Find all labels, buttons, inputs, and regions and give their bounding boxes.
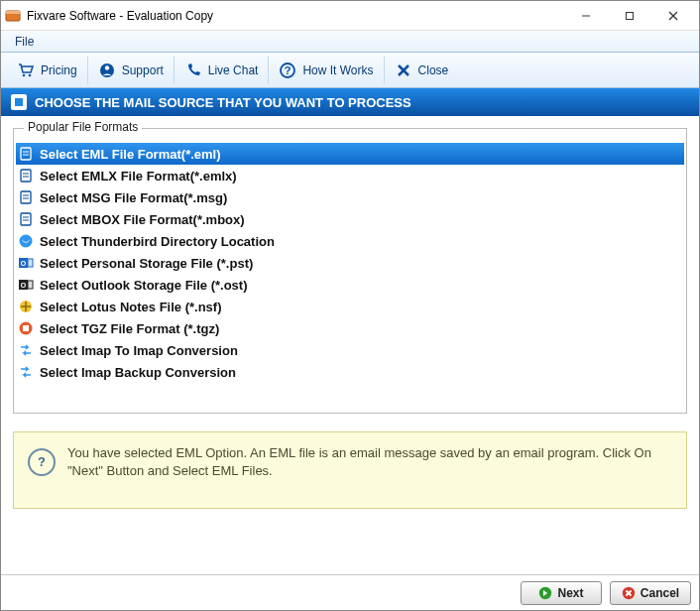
- format-option-label: Select Lotus Notes File (*.nsf): [40, 300, 221, 314]
- format-option-label: Select TGZ File Format (*.tgz): [40, 321, 219, 336]
- svg-rect-33: [28, 281, 33, 289]
- toolbar-livechat[interactable]: Live Chat: [175, 57, 270, 84]
- format-option[interactable]: Select MBOX File Format(*.mbox): [16, 208, 684, 230]
- format-option-label: Select Imap Backup Conversion: [40, 365, 236, 380]
- format-option-label: Select Outlook Storage File (*.ost): [40, 278, 247, 293]
- format-option-label: Select EML File Format(*.eml): [40, 147, 221, 162]
- svg-text:O: O: [21, 260, 27, 267]
- svg-rect-3: [627, 12, 634, 19]
- menu-bar: File: [1, 31, 699, 53]
- format-option[interactable]: Select MSG File Format(*.msg): [16, 186, 684, 208]
- imap-icon: [18, 342, 34, 358]
- next-button[interactable]: Next: [521, 581, 602, 605]
- svg-text:O: O: [21, 282, 27, 289]
- close-icon: [395, 61, 412, 79]
- toolbar-pricing-label: Pricing: [41, 63, 77, 77]
- outlook-ost-icon: O: [18, 277, 34, 293]
- svg-point-7: [29, 73, 32, 76]
- imap-backup-icon: [18, 364, 34, 380]
- file-mbox-icon: [18, 211, 34, 227]
- toolbar-pricing[interactable]: Pricing: [7, 57, 88, 84]
- info-text: You have selected EML Option. An EML fil…: [67, 444, 672, 480]
- format-option[interactable]: Select Lotus Notes File (*.nsf): [16, 296, 684, 317]
- toolbar-howitworks[interactable]: ? How It Works: [269, 57, 384, 84]
- app-icon: [5, 8, 21, 24]
- format-option-label: Select EMLX File Format(*.emlx): [40, 169, 237, 183]
- window-title: Fixvare Software - Evaluation Copy: [27, 9, 564, 23]
- lotus-icon: [18, 299, 34, 314]
- format-option[interactable]: Select TGZ File Format (*.tgz): [16, 317, 684, 339]
- format-option-label: Select MBOX File Format(*.mbox): [40, 212, 245, 227]
- toolbar-livechat-label: Live Chat: [208, 63, 259, 77]
- svg-text:?: ?: [285, 64, 292, 76]
- svg-rect-36: [23, 325, 29, 331]
- title-bar: Fixvare Software - Evaluation Copy: [1, 1, 699, 31]
- toolbar-close-label: Close: [418, 63, 449, 77]
- info-icon: ?: [28, 448, 56, 476]
- wizard-footer: Next Cancel: [1, 574, 699, 610]
- formats-list: Select EML File Format(*.eml)Select EMLX…: [16, 143, 684, 411]
- format-option[interactable]: Select Imap To Imap Conversion: [16, 339, 684, 361]
- file-emlx-icon: [18, 168, 34, 183]
- svg-point-6: [23, 73, 26, 76]
- svg-rect-18: [21, 170, 31, 182]
- menu-file[interactable]: File: [7, 33, 42, 51]
- main-area: Popular File Formats Select EML File For…: [1, 116, 699, 574]
- next-button-label: Next: [557, 586, 583, 600]
- toolbar-support-label: Support: [122, 63, 164, 77]
- format-option-label: Select Personal Storage File (*.pst): [40, 256, 253, 271]
- cancel-button-label: Cancel: [641, 586, 679, 600]
- section-header-icon: [11, 94, 27, 110]
- toolbar-howitworks-label: How It Works: [302, 63, 373, 77]
- phone-icon: [184, 61, 202, 79]
- section-header: CHOOSE THE MAIL SOURCE THAT YOU WANT TO …: [1, 88, 699, 116]
- tgz-icon: [18, 320, 34, 336]
- format-option[interactable]: Select EML File Format(*.eml): [16, 143, 684, 165]
- support-icon: [98, 61, 116, 79]
- format-option[interactable]: Select EMLX File Format(*.emlx): [16, 165, 684, 186]
- file-msg-icon: [18, 189, 34, 205]
- svg-point-27: [20, 235, 33, 248]
- info-panel: ? You have selected EML Option. An EML f…: [13, 431, 687, 509]
- formats-legend: Popular File Formats: [24, 120, 142, 134]
- file-eml-icon: [18, 146, 34, 162]
- svg-rect-24: [21, 213, 31, 225]
- format-option-label: Select Thunderbird Directory Location: [40, 234, 275, 249]
- toolbar-support[interactable]: Support: [88, 57, 175, 84]
- cancel-x-icon: [622, 586, 636, 600]
- svg-point-9: [104, 65, 108, 69]
- section-header-text: CHOOSE THE MAIL SOURCE THAT YOU WANT TO …: [35, 95, 411, 110]
- question-icon: ?: [279, 61, 296, 79]
- next-arrow-icon: [538, 586, 552, 600]
- svg-rect-15: [21, 148, 31, 160]
- svg-rect-14: [15, 98, 23, 106]
- svg-rect-30: [28, 259, 33, 267]
- svg-rect-1: [6, 11, 20, 14]
- thunderbird-icon: [18, 233, 34, 249]
- toolbar-close[interactable]: Close: [385, 57, 459, 84]
- maximize-button[interactable]: [608, 1, 651, 31]
- format-option[interactable]: OSelect Outlook Storage File (*.ost): [16, 274, 684, 296]
- close-window-button[interactable]: [651, 1, 695, 31]
- format-option-label: Select MSG File Format(*.msg): [40, 190, 227, 205]
- format-option-label: Select Imap To Imap Conversion: [40, 343, 238, 358]
- cart-icon: [17, 61, 35, 79]
- toolbar: Pricing Support Live Chat ? How It Works…: [1, 53, 699, 88]
- svg-rect-21: [21, 191, 31, 203]
- format-option[interactable]: Select Thunderbird Directory Location: [16, 230, 684, 252]
- cancel-button[interactable]: Cancel: [610, 581, 691, 605]
- formats-groupbox: Popular File Formats Select EML File For…: [13, 128, 687, 414]
- format-option[interactable]: Select Imap Backup Conversion: [16, 361, 684, 383]
- format-option[interactable]: OSelect Personal Storage File (*.pst): [16, 252, 684, 274]
- outlook-pst-icon: O: [18, 255, 34, 271]
- minimize-button[interactable]: [564, 1, 608, 31]
